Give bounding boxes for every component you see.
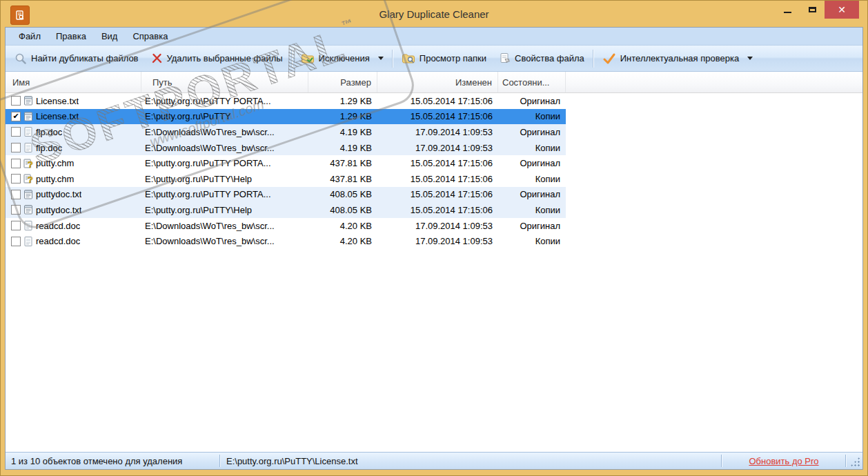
file-name: readcd.doc <box>36 236 80 246</box>
file-icon: ? <box>23 173 34 184</box>
file-status: Копии <box>498 143 566 153</box>
file-size: 4.19 KB <box>308 127 377 137</box>
table-row[interactable]: ? putty.chm E:\putty.org.ru\PuTTY\Help 4… <box>6 171 566 187</box>
resize-grip[interactable] <box>849 456 860 467</box>
toolbar-separator <box>291 50 293 68</box>
file-modified: 15.05.2014 17:15:06 <box>377 189 498 199</box>
row-checkbox[interactable] <box>11 205 21 215</box>
view-folder-label: Просмотр папки <box>420 53 486 63</box>
chevron-down-icon[interactable] <box>378 57 384 60</box>
menu-help[interactable]: Справка <box>125 28 175 45</box>
view-folder-button[interactable]: Просмотр папки <box>395 48 493 68</box>
file-status: Оригинал <box>498 189 566 199</box>
file-modified: 15.05.2014 17:15:06 <box>377 158 498 168</box>
table-row[interactable]: puttydoc.txt E:\putty.org.ru\PuTTY\Help … <box>6 202 566 218</box>
window-title: Glary Duplicate Cleaner <box>1 1 867 27</box>
file-icon: ? <box>23 158 34 169</box>
delete-selected-label: Удалить выбранные файлы <box>167 53 283 63</box>
application-window: Glary Duplicate Cleaner ✕ Файл Правка Ви… <box>0 0 868 476</box>
row-checkbox[interactable] <box>11 127 21 137</box>
column-header-modified[interactable]: Изменен <box>377 72 498 92</box>
file-name: flp.doc <box>36 127 62 137</box>
duplicates-list: Имя Путь Размер Изменен Состояни... Lice… <box>6 72 862 452</box>
file-status: Копии <box>498 174 566 184</box>
file-size: 4.19 KB <box>308 143 377 153</box>
search-icon <box>14 52 27 65</box>
file-modified: 15.05.2014 17:15:06 <box>377 205 498 215</box>
close-button[interactable]: ✕ <box>825 1 859 19</box>
file-path: E:\putty.org.ru\PuTTY PORTA... <box>141 189 308 199</box>
file-properties-icon <box>499 52 511 64</box>
current-file-path: E:\putty.org.ru\PuTTY\License.txt <box>221 453 721 469</box>
menu-view[interactable]: Вид <box>94 28 126 45</box>
column-header-name[interactable]: Имя <box>6 72 141 92</box>
menu-edit[interactable]: Правка <box>48 28 94 45</box>
smart-check-label: Интеллектуальная проверка <box>620 53 739 63</box>
table-row[interactable]: readcd.doc E:\Downloads\WoT\res_bw\scr..… <box>6 218 566 234</box>
row-checkbox[interactable] <box>11 190 21 199</box>
file-size: 408.05 KB <box>308 205 377 215</box>
file-status: Копии <box>498 111 566 121</box>
toolbar-separator <box>392 50 393 68</box>
table-row[interactable]: License.txt E:\putty.org.ru\PuTTY PORTA.… <box>6 93 566 109</box>
file-name: puttydoc.txt <box>36 189 81 199</box>
row-checkbox[interactable] <box>11 143 21 152</box>
toolbar: Найти дубликаты файлов Удалить выбранные… <box>6 46 862 72</box>
svg-text:?: ? <box>28 175 33 185</box>
row-checkbox[interactable] <box>11 112 21 121</box>
file-icon <box>23 236 34 247</box>
table-header: Имя Путь Размер Изменен Состояни... <box>6 72 862 93</box>
column-header-size[interactable]: Размер <box>308 72 377 92</box>
smart-check-button[interactable]: Интеллектуальная проверка <box>596 48 759 68</box>
file-path: E:\putty.org.ru\PuTTY\Help <box>141 174 308 184</box>
upgrade-to-pro-link[interactable]: Обновить до Pro <box>749 456 818 466</box>
file-name: License.txt <box>36 96 79 106</box>
selection-status-text: 1 из 10 объектов отмечено для удаления <box>6 453 219 469</box>
file-modified: 17.09.2014 1:09:53 <box>377 221 498 231</box>
table-row[interactable]: ? putty.chm E:\putty.org.ru\PuTTY PORTA.… <box>6 155 566 171</box>
file-modified: 15.05.2014 17:15:06 <box>377 96 498 106</box>
maximize-button[interactable] <box>800 1 825 19</box>
statusbar: 1 из 10 объектов отмечено для удаления E… <box>6 452 862 469</box>
chevron-down-icon[interactable] <box>747 57 753 60</box>
table-row[interactable]: readcd.doc E:\Downloads\WoT\res_bw\scr..… <box>6 233 566 249</box>
menubar: Файл Правка Вид Справка <box>6 28 862 46</box>
table-body: License.txt E:\putty.org.ru\PuTTY PORTA.… <box>6 93 862 452</box>
file-properties-button[interactable]: Свойства файла <box>493 48 591 68</box>
file-icon <box>23 204 34 215</box>
delete-icon <box>151 52 163 64</box>
find-duplicates-label: Найти дубликаты файлов <box>31 53 139 63</box>
file-path: E:\Downloads\WoT\res_bw\scr... <box>141 221 308 231</box>
file-size: 1.29 KB <box>308 96 377 106</box>
file-name: putty.chm <box>36 158 74 168</box>
delete-selected-button[interactable]: Удалить выбранные файлы <box>145 48 289 68</box>
table-row[interactable]: License.txt E:\putty.org.ru\PuTTY 1.29 K… <box>6 109 566 125</box>
titlebar: Glary Duplicate Cleaner ✕ <box>1 1 867 27</box>
menu-file[interactable]: Файл <box>11 28 48 45</box>
app-body: Файл Правка Вид Справка Найти дубликаты … <box>5 27 863 470</box>
row-checkbox[interactable] <box>11 221 21 230</box>
file-path: E:\putty.org.ru\PuTTY PORTA... <box>141 96 308 106</box>
file-modified: 17.09.2014 1:09:53 <box>377 236 498 246</box>
column-header-path[interactable]: Путь <box>141 72 308 92</box>
column-header-status[interactable]: Состояни... <box>498 72 566 92</box>
file-name: puttydoc.txt <box>36 205 81 215</box>
row-checkbox[interactable] <box>11 159 21 168</box>
statusbar-separator <box>845 455 847 467</box>
table-row[interactable]: flp.doc E:\Downloads\WoT\res_bw\scr... 4… <box>6 124 566 140</box>
find-duplicates-button[interactable]: Найти дубликаты файлов <box>8 48 145 68</box>
table-row[interactable]: puttydoc.txt E:\putty.org.ru\PuTTY PORTA… <box>6 187 566 203</box>
file-icon <box>23 189 34 200</box>
column-header-filler <box>566 72 862 92</box>
row-checkbox[interactable] <box>11 96 21 106</box>
exclusions-button[interactable]: Исключения <box>295 48 390 68</box>
minimize-button[interactable] <box>775 1 800 19</box>
file-path: E:\putty.org.ru\PuTTY PORTA... <box>141 158 308 168</box>
row-checkbox[interactable] <box>11 237 21 246</box>
file-name: putty.chm <box>36 174 74 184</box>
smart-check-icon <box>602 52 616 65</box>
table-row[interactable]: flp.doc E:\Downloads\WoT\res_bw\scr... 4… <box>6 140 566 156</box>
row-checkbox[interactable] <box>11 174 21 184</box>
file-status: Копии <box>498 205 566 215</box>
file-icon <box>23 95 34 106</box>
